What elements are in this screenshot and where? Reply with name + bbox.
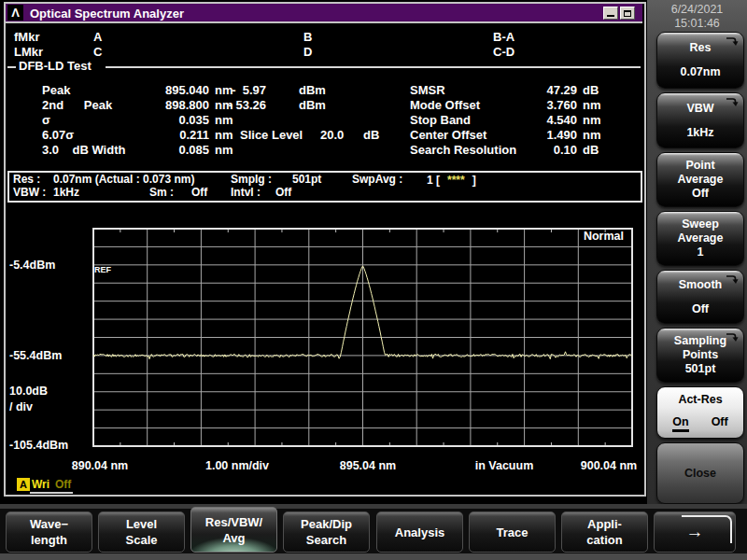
sm-setting-value: Off (191, 187, 207, 199)
intvl-setting-label: Intvl : (231, 187, 261, 199)
softkey-line: 1kHz (686, 126, 713, 140)
marker-cd-label: C-D (493, 46, 514, 59)
tab-label: length (31, 532, 67, 548)
tab-label: Avg (222, 530, 245, 546)
softkey-line: Act-Res (678, 393, 722, 407)
y-axis-label: 10.0dB (9, 385, 48, 398)
slice-level-value: 20.0 (320, 129, 344, 142)
analysis-item-value: 895.040 (140, 84, 209, 97)
analysis-item-value: 1.490 (504, 129, 577, 142)
analysis-item-label: Mode Offset (410, 99, 480, 112)
analysis-item-level-unit: dBm (299, 99, 326, 112)
softkey-smooth[interactable]: SmoothOff (656, 270, 744, 324)
slice-level-unit: dB (363, 129, 379, 142)
smplg-setting-label: Smplg : (231, 174, 272, 186)
softkey-line: Close (684, 467, 716, 481)
sweep-settings-bar: Res : 0.07nm (Actual : 0.073 nm) Smplg :… (7, 171, 642, 203)
analysis-item-value: 0.211 (140, 129, 209, 142)
submenu-arrow-icon (726, 96, 739, 107)
memo-separator-line (106, 66, 641, 68)
softkey-line: Off (692, 187, 709, 201)
x-axis-label: 890.04 nm (72, 459, 128, 472)
vbw-setting-value: 1kHz (53, 187, 79, 199)
analysis-item-unit: nm (215, 114, 233, 127)
tab-label: Appli- (587, 516, 622, 532)
tab-highlight-edge (682, 515, 732, 543)
window-titlebar: Λ Optical Spectrum Analyzer (6, 4, 642, 23)
analysis-item-value: 47.29 (504, 84, 577, 97)
tab-label: Trace (497, 525, 529, 540)
swpavg-count: 1 [ (427, 174, 440, 187)
softkey-close[interactable]: Close (656, 442, 744, 504)
maximize-button[interactable] (620, 7, 635, 20)
intvl-setting-value: Off (275, 187, 291, 199)
softkey-sampling-points[interactable]: SamplingPoints501pt (656, 328, 744, 383)
marker-a-label: A (93, 31, 102, 44)
softkey-line: Points (683, 348, 718, 362)
softkey-line: Point (685, 159, 714, 173)
x-axis-label: in Vacuum (475, 459, 534, 472)
analysis-item-label: SMSR (410, 84, 445, 97)
submenu-arrow-icon (726, 331, 739, 343)
softkey-line: 501pt (685, 362, 716, 376)
minimize-button[interactable] (603, 7, 618, 20)
analysis-item-label: 6.07σ (42, 129, 74, 142)
tab-label: Wave− (30, 516, 68, 532)
softkey-line: Res (690, 41, 712, 55)
tab-level-scale[interactable]: LevelScale (98, 511, 185, 553)
analysis-item-value: 0.10 (504, 144, 577, 157)
softkey-line: Average (678, 173, 724, 187)
tab-peak-dip-search[interactable]: Peak/DipSearch (283, 511, 370, 553)
y-axis-label: -5.4dBm (9, 259, 55, 272)
tab-label: cation (586, 532, 622, 548)
tab-label: Peak/Dip (301, 516, 352, 532)
swpavg-setting-value: 1 [ **** ] (427, 174, 476, 187)
analysis-item-value: 0.035 (140, 114, 209, 127)
toggle-off-option[interactable]: Off (712, 415, 728, 432)
marker-ba-label: B-A (493, 31, 514, 44)
trace-mode-label: Normal (549, 230, 624, 243)
trace-state-label: Off (55, 478, 71, 491)
analysis-item-label: Stop Band (410, 114, 471, 127)
softkey-act-res[interactable]: Act-ResOnOff (656, 386, 744, 439)
softkey-line: Smooth (679, 278, 723, 292)
tab-application[interactable]: Appli-cation (561, 511, 648, 553)
anritsu-logo-icon: Λ (7, 5, 23, 21)
tab-analysis[interactable]: Analysis (376, 511, 463, 553)
softkey-line: Off (692, 302, 709, 316)
softkey-res[interactable]: Res0.07nm (656, 32, 744, 89)
softkey-vbw[interactable]: VBW1kHz (656, 92, 744, 148)
analysis-item-label: 3.0 dB Width (42, 144, 125, 157)
softkey-line: Sweep (682, 217, 719, 231)
sm-setting-label: Sm : (149, 187, 174, 199)
softkey-line: 1 (698, 245, 704, 259)
analysis-item-value: 898.800 (140, 99, 209, 112)
tab-label: Analysis (395, 525, 444, 540)
analysis-item-label: Search Resolution (410, 144, 516, 157)
analysis-item-label: σ (42, 114, 50, 127)
function-tab-bar: Wave−lengthLevelScaleRes/VBW/AvgPeak/Dip… (0, 504, 747, 560)
analysis-item-value: 0.085 (140, 144, 209, 157)
toggle-on-option[interactable]: On (672, 415, 688, 432)
y-axis-label: -105.4dBm (9, 439, 68, 452)
act-res-toggle: OnOff (672, 415, 727, 432)
smplg-setting-value: 501pt (292, 174, 321, 186)
softkey-sweep-average[interactable]: SweepAverage1 (656, 211, 744, 266)
minimize-icon (607, 15, 614, 17)
tab-wavelength[interactable]: Wave−length (6, 511, 92, 553)
tab-label: Search (306, 532, 346, 548)
softkey-line: Sampling (674, 334, 726, 348)
tab-trace[interactable]: Trace (469, 511, 556, 553)
analysis-item-label: 2nd Peak (42, 99, 112, 112)
x-axis-label: 1.00 nm/div (205, 459, 269, 472)
tab-more[interactable]: → (654, 511, 736, 553)
swpavg-progress-stars: **** (447, 174, 465, 187)
softkey-point-average[interactable]: PointAverageOff (656, 152, 744, 207)
time-display: 15:01:46 (647, 17, 747, 31)
res-setting-label: Res : (13, 174, 40, 186)
y-axis-label: / div (9, 400, 33, 413)
analysis-item-unit: dB (583, 84, 599, 97)
swpavg-setting-label: SwpAvg : (352, 174, 402, 186)
res-setting-value: 0.07nm (Actual : 0.073 nm) (53, 174, 194, 186)
tab-res-vbw-avg[interactable]: Res/VBW/Avg (190, 507, 277, 553)
